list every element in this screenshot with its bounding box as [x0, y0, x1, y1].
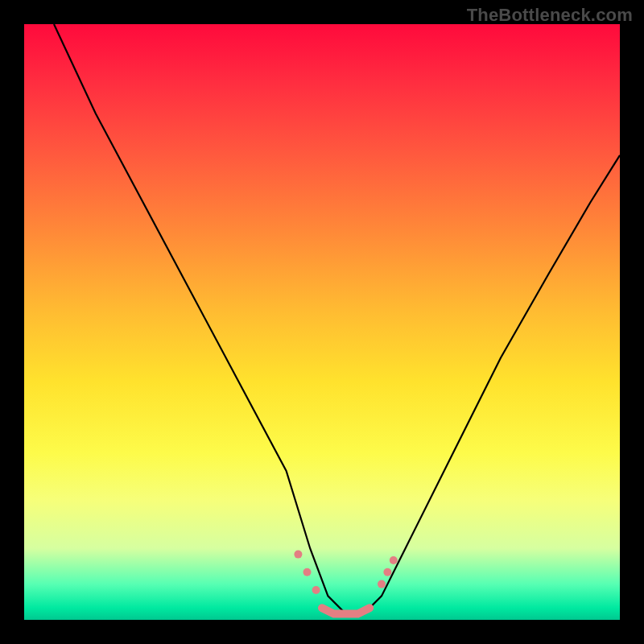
valley-markers — [294, 551, 397, 614]
watermark-text: TheBottleneck.com — [467, 5, 633, 26]
valley-flat-segment — [322, 608, 369, 613]
chart-svg — [24, 24, 620, 620]
valley-marker-dot — [383, 568, 391, 576]
valley-marker-dot — [390, 556, 398, 564]
valley-marker-dot — [378, 580, 386, 588]
valley-marker-dot — [312, 586, 320, 594]
valley-marker-dot — [303, 568, 312, 576]
v-curve-line — [54, 24, 620, 614]
curve-group — [54, 24, 620, 614]
chart-plot-area — [24, 24, 620, 620]
valley-marker-dot — [294, 551, 302, 559]
